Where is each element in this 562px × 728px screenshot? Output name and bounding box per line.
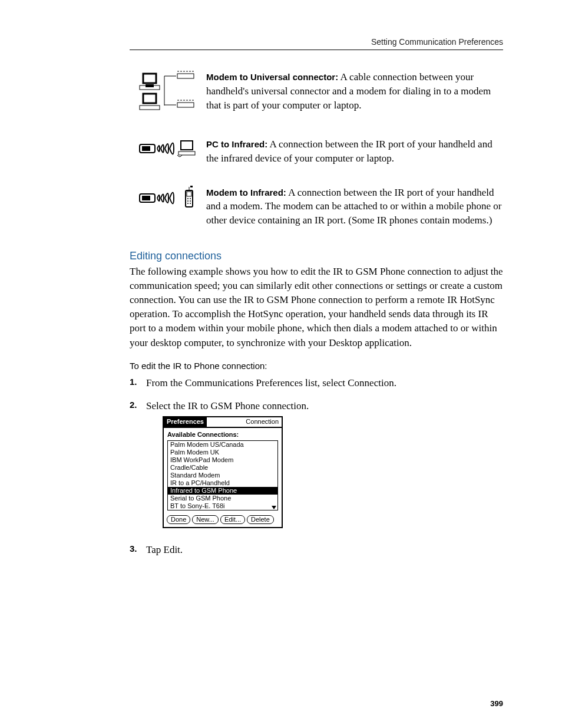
modem-infrared-icon [130,186,206,213]
svg-rect-14 [181,141,193,150]
edit-button: Edit... [220,515,245,524]
modem-infrared-text: Modem to Infrared: A connection between … [206,186,503,228]
new-button: New... [192,515,219,524]
svg-rect-15 [178,151,195,155]
connection-item: Standard Modem [168,472,277,479]
connection-item: Palm Modem US/Canada [168,441,277,449]
svg-rect-13 [142,146,150,151]
svg-point-22 [187,198,189,199]
modem-universal-icon [130,70,206,117]
editing-heading: Editing connections [130,250,503,262]
delete-button: Delete [247,515,274,524]
svg-rect-19 [187,192,191,196]
palm-list-header: Available Connections: [164,428,282,441]
svg-rect-0 [143,74,156,83]
step-2: Select the IR to GSM Phone connection. P… [130,398,503,528]
svg-point-23 [190,198,191,199]
svg-rect-9 [177,103,194,107]
running-header: Setting Communication Preferences [371,37,503,47]
palm-connection-list: Palm Modem US/CanadaPalm Modem UKIBM Wor… [167,440,278,510]
svg-point-24 [187,200,189,202]
svg-rect-17 [142,196,150,200]
scroll-down-icon [272,506,276,509]
pc-infrared-text: PC to Infrared: A connection between the… [206,137,503,166]
connection-item: BT to Sony-E. T68i [168,502,277,510]
connection-item: IBM WorkPad Modem [168,456,277,464]
svg-rect-21 [190,186,193,187]
palm-category: Connection [243,417,282,427]
page-number: 399 [130,699,503,708]
svg-rect-7 [143,94,156,103]
connection-item: Palm Modem UK [168,449,277,456]
procedure-heading: To edit the IR to Phone connection: [130,361,503,371]
palm-title: Preferences [164,417,207,427]
svg-point-25 [190,200,191,202]
step-3: Tap Edit. [130,542,503,558]
editing-paragraph: The following example shows you how to e… [130,265,503,350]
done-button: Done [167,515,190,524]
svg-rect-6 [146,84,154,87]
svg-rect-8 [140,106,160,110]
modem-universal-text: Modem to Universal connector: A cable co… [206,70,503,112]
step-1: From the Communications Preferences list… [130,375,503,391]
svg-point-26 [187,203,189,204]
svg-rect-1 [177,74,194,78]
palm-preferences-screenshot: Preferences Connection Available Connect… [163,416,283,529]
connection-item: Infrared to GSM Phone [168,487,277,495]
svg-point-27 [190,203,191,204]
connection-item: Cradle/Cable [168,464,277,472]
connection-item: Serial to GSM Phone [168,495,277,502]
pc-infrared-icon [130,137,206,161]
connection-item: IR to a PC/Handheld [168,479,277,487]
